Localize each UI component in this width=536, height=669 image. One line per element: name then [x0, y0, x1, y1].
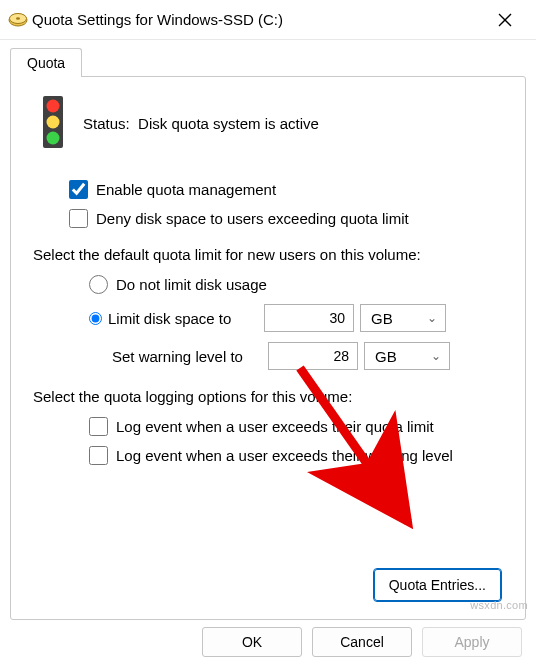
deny-space-checkbox[interactable] [69, 209, 88, 228]
enable-quota-checkbox[interactable] [69, 180, 88, 199]
close-icon [498, 13, 512, 27]
chevron-down-icon: ⌄ [427, 311, 437, 325]
window-title: Quota Settings for Windows-SSD (C:) [28, 11, 482, 28]
tab-strip: Quota Status: Disk quota system is activ… [10, 48, 526, 620]
dialog-button-bar: OK Cancel Apply [202, 627, 522, 657]
tab-content: Status: Disk quota system is active Enab… [10, 76, 526, 620]
svg-point-2 [16, 17, 20, 19]
traffic-light-icon [39, 95, 67, 152]
limit-unit-select[interactable]: GB ⌄ [360, 304, 446, 332]
warning-label: Set warning level to [112, 348, 262, 365]
watermark: wsxdn.com [470, 599, 528, 611]
svg-point-7 [47, 116, 60, 129]
svg-point-8 [47, 132, 60, 145]
log-quota-checkbox[interactable] [89, 417, 108, 436]
status-label: Status: Disk quota system is active [83, 115, 319, 132]
limit-label: Limit disk space to [108, 310, 258, 327]
status-value: Disk quota system is active [138, 115, 319, 132]
limit-section-label: Select the default quota limit for new u… [33, 246, 503, 263]
warning-unit-text: GB [375, 348, 397, 365]
limit-value-input[interactable] [264, 304, 354, 332]
apply-button: Apply [422, 627, 522, 657]
quota-entries-button[interactable]: Quota Entries... [374, 569, 501, 601]
titlebar: Quota Settings for Windows-SSD (C:) [0, 0, 536, 40]
status-prefix: Status: [83, 115, 130, 132]
deny-space-label: Deny disk space to users exceeding quota… [96, 210, 409, 227]
close-button[interactable] [482, 2, 528, 38]
svg-point-6 [47, 100, 60, 113]
cancel-button[interactable]: Cancel [312, 627, 412, 657]
log-warning-label: Log event when a user exceeds their warn… [116, 447, 453, 464]
ok-button[interactable]: OK [202, 627, 302, 657]
warning-value-input[interactable] [268, 342, 358, 370]
logging-section-label: Select the quota logging options for thi… [33, 388, 503, 405]
log-quota-label: Log event when a user exceeds their quot… [116, 418, 434, 435]
no-limit-radio[interactable] [89, 275, 108, 294]
limit-radio[interactable] [89, 312, 102, 325]
warning-unit-select[interactable]: GB ⌄ [364, 342, 450, 370]
tab-quota[interactable]: Quota [10, 48, 82, 77]
log-warning-checkbox[interactable] [89, 446, 108, 465]
enable-quota-label: Enable quota management [96, 181, 276, 198]
limit-unit-text: GB [371, 310, 393, 327]
chevron-down-icon: ⌄ [431, 349, 441, 363]
disk-icon [8, 10, 28, 30]
no-limit-label: Do not limit disk usage [116, 276, 267, 293]
